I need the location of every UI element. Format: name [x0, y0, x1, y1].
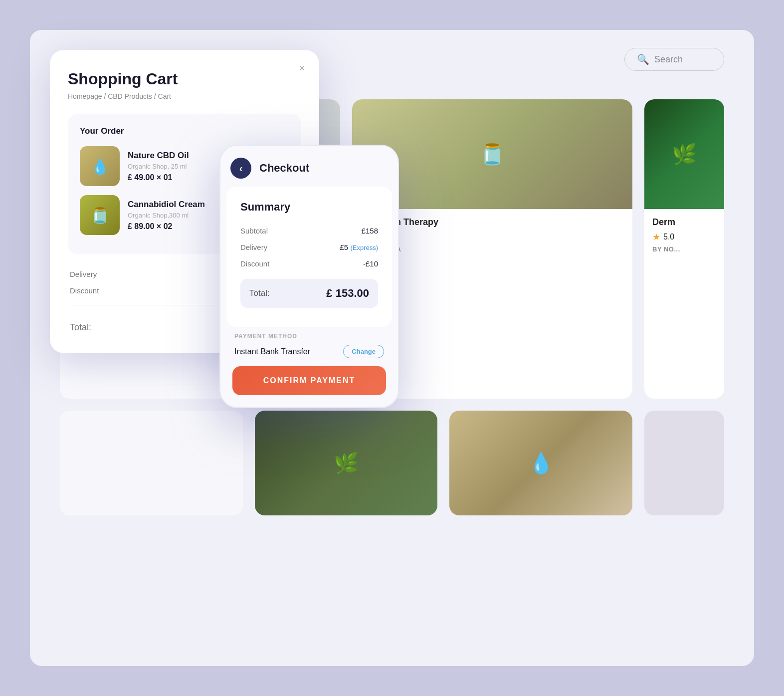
product-name: Derm [652, 217, 716, 228]
item-thumbnail: 💧 [80, 146, 120, 186]
subtotal-value: £158 [362, 227, 378, 235]
payment-row: Instant Bank Transfer Change [234, 345, 384, 358]
payment-method-label: PAYMENT METHOD [234, 333, 384, 340]
star-icon: ★ [652, 232, 660, 242]
list-item[interactable] [60, 411, 243, 515]
delivery-row: Delivery £5 (Express) [240, 239, 378, 255]
discount-label: Discount [70, 286, 99, 295]
cart-title: Shopping Cart [68, 70, 301, 88]
back-icon: ‹ [239, 163, 243, 174]
discount-row: Discount -£10 [240, 255, 378, 272]
search-icon: 🔍 [637, 53, 649, 65]
breadcrumb: Homepage / CBD Products / Cart [68, 92, 301, 100]
subtotal-row: Subtotal £158 [240, 223, 378, 239]
total-label: Total: [70, 322, 91, 333]
product-rating: ★ 5.0 [652, 232, 716, 242]
order-section-title: Your Order [80, 126, 289, 136]
item-thumbnail: 🫙 [80, 195, 120, 235]
change-payment-button[interactable]: Change [343, 345, 384, 358]
product-rating: ★ 4.9 [360, 232, 624, 242]
subtotal-label: Subtotal [240, 227, 268, 235]
delivery-value: £5 (Express) [340, 243, 378, 251]
checkout-modal: ‹ Checkout Summary Subtotal £158 Deliver… [219, 145, 399, 408]
confirm-payment-button[interactable]: CONFIRM PAYMENT [232, 366, 386, 395]
search-bar[interactable]: 🔍 Search [624, 48, 724, 71]
discount-label: Discount [240, 259, 269, 268]
payment-type: Instant Bank Transfer [234, 347, 310, 356]
product-info: Derm ★ 5.0 BY NO... [644, 209, 724, 261]
delivery-label: Delivery [240, 243, 267, 251]
checkout-title: Checkout [259, 162, 309, 175]
summary-heading: Summary [240, 191, 378, 214]
back-button[interactable]: ‹ [230, 158, 251, 179]
payment-method-section: PAYMENT METHOD Instant Bank Transfer Cha… [220, 327, 398, 366]
product-image: 💧 [449, 411, 632, 515]
products-grid-2: 🌿 💧 [30, 399, 754, 513]
list-item[interactable]: 🌿 Derm ★ 5.0 BY NO... [644, 99, 724, 399]
list-item[interactable] [644, 411, 724, 515]
checkout-total-label: Total: [249, 288, 270, 298]
list-item[interactable]: 💧 [449, 411, 632, 515]
checkout-header: ‹ Checkout [220, 146, 398, 187]
list-item[interactable]: 🌿 [255, 411, 438, 515]
product-name: CBD Skin Therapy [360, 217, 624, 228]
checkout-body: Summary Subtotal £158 Delivery £5 (Expre… [226, 187, 392, 327]
delivery-label: Delivery [70, 270, 97, 278]
search-label: Search [654, 54, 683, 65]
product-image: 🌿 [644, 99, 724, 209]
product-image: 🌿 [255, 411, 438, 515]
product-brand: BY AURORA [360, 245, 624, 253]
checkout-total-box: Total: £ 153.00 [240, 279, 378, 308]
checkout-total-value: £ 153.00 [326, 287, 369, 300]
product-brand: BY NO... [652, 245, 716, 253]
discount-value: -£10 [363, 259, 378, 268]
close-button[interactable]: × [299, 62, 305, 75]
